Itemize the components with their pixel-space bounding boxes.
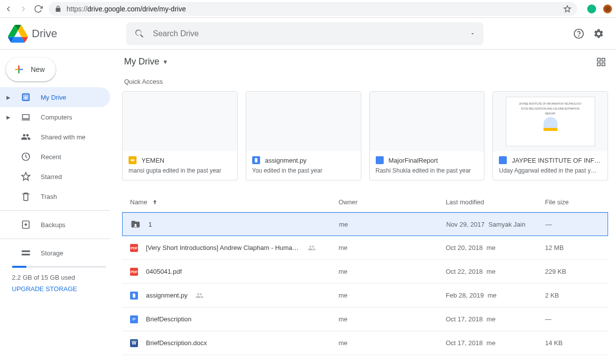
sidebar: New ▶ My Drive ▶ Computers Shared with m…	[0, 50, 118, 355]
quick-card[interactable]: YEMEN mansi gupta edited in the past yea…	[122, 91, 238, 181]
sidebar-item-starred[interactable]: Starred	[0, 167, 110, 186]
quick-access-row: YEMEN mansi gupta edited in the past yea…	[122, 91, 608, 181]
file-size: —	[546, 221, 600, 228]
file-name: 0405041.pdf	[146, 268, 182, 275]
file-name: assignment.py	[146, 292, 188, 299]
file-row[interactable]: assignment.pymeFeb 28, 2019 me2 KB	[122, 284, 608, 307]
new-button[interactable]: New	[6, 58, 56, 81]
shared-icon	[196, 292, 204, 300]
svg-rect-12	[133, 319, 135, 320]
storage-used-text: 2.2 GB of 15 GB used	[12, 274, 106, 281]
file-name: BriefDescription.docx	[146, 339, 207, 347]
file-row[interactable]: PDF0405041.pdfmeOct 22, 2018 me229 KB	[122, 260, 608, 284]
svg-rect-6	[598, 62, 601, 65]
chevron-right-icon: ▶	[6, 95, 11, 100]
file-type-icon	[131, 219, 140, 229]
file-owner: me	[339, 292, 446, 299]
quick-card-title: JAYPEE INSTITUTE OF INF…	[512, 157, 601, 164]
extension-grammarly-icon[interactable]	[587, 4, 596, 13]
search-input[interactable]	[153, 29, 462, 38]
breadcrumb[interactable]: My Drive ▼	[124, 57, 168, 67]
new-button-label: New	[31, 65, 45, 73]
file-type-icon: PDF	[130, 243, 138, 252]
slides-icon	[129, 156, 137, 164]
sidebar-item-storage[interactable]: Storage	[0, 243, 110, 263]
search-icon	[134, 28, 145, 39]
sort-arrow-up-icon	[151, 199, 158, 206]
file-type-icon: PDF	[130, 267, 138, 276]
column-size-header[interactable]: File size	[545, 198, 600, 206]
sidebar-item-label: Computers	[41, 114, 72, 121]
svg-rect-4	[598, 58, 601, 61]
file-size: 12 MB	[545, 244, 600, 251]
svg-point-1	[579, 36, 579, 36]
svg-rect-5	[602, 58, 605, 61]
file-size: 14 KB	[545, 339, 600, 347]
file-size: 229 KB	[545, 268, 600, 275]
drive-logo-icon	[8, 24, 28, 44]
browser-bar: https://drive.google.com/drive/my-drive	[0, 0, 616, 18]
file-owner: me	[339, 244, 446, 251]
quick-card-subtitle: mansi gupta edited in the past year	[129, 167, 231, 174]
quick-card-thumb	[246, 92, 361, 151]
svg-rect-11	[133, 319, 136, 319]
file-name: [Very Short Introductions] Andrew Clapha…	[146, 244, 300, 251]
quick-card-title: YEMEN	[141, 157, 164, 164]
file-row[interactable]: BriefDescriptionmeOct 17, 2018 me—	[122, 307, 608, 331]
sidebar-item-trash[interactable]: Trash	[0, 186, 110, 206]
clock-icon	[21, 152, 31, 162]
sidebar-item-my-drive[interactable]: ▶ My Drive	[0, 87, 110, 107]
sidebar-item-computers[interactable]: ▶ Computers	[0, 107, 110, 127]
settings-gear-icon[interactable]	[593, 28, 604, 39]
quick-card[interactable]: assignment.py You edited in the past yea…	[246, 91, 361, 181]
quick-card-subtitle: You edited in the past year	[252, 167, 355, 174]
file-table: Name Owner Last modified File size 1meNo…	[122, 192, 608, 355]
browser-back-button[interactable]	[4, 4, 13, 13]
breadcrumb-label: My Drive	[124, 57, 159, 67]
sidebar-item-shared[interactable]: Shared with me	[0, 127, 110, 147]
star-icon	[21, 172, 31, 182]
file-row[interactable]: WBriefDescription.docxmeOct 17, 2018 me1…	[122, 331, 608, 355]
star-icon[interactable]	[563, 5, 571, 13]
column-modified-header[interactable]: Last modified	[446, 198, 545, 206]
chevron-right-icon: ▶	[6, 115, 11, 120]
file-modified: Feb 28, 2019 me	[446, 292, 545, 299]
svg-point-9	[135, 224, 137, 226]
quick-card[interactable]: MajorFinalReport Rashi Shukla edited in …	[369, 91, 485, 181]
svg-rect-8	[131, 159, 135, 161]
sidebar-item-backups[interactable]: Backups	[0, 215, 110, 235]
table-header: Name Owner Last modified File size	[122, 192, 608, 212]
sidebar-item-label: Trash	[41, 193, 57, 200]
sidebar-item-label: Backups	[41, 221, 66, 229]
file-modified: Oct 22, 2018 me	[446, 268, 545, 275]
quick-card-thumb	[123, 92, 237, 151]
search-box[interactable]	[126, 22, 483, 45]
drive-logo[interactable]: Drive	[8, 24, 126, 44]
extension-cookie-icon[interactable]	[603, 4, 612, 13]
content-area: My Drive ▼ Quick Access YEMEN mansi gupt…	[118, 50, 616, 355]
file-size: 2 KB	[545, 292, 600, 299]
file-owner: me	[339, 221, 446, 228]
upgrade-storage-link[interactable]: UPGRADE STORAGE	[12, 285, 106, 293]
plus-icon	[13, 63, 25, 75]
quick-card[interactable]: JAYPEE INSTITUTE OF INFORMATION TECHNOLO…	[492, 91, 608, 181]
file-owner: me	[339, 339, 446, 347]
file-row[interactable]: PDF[Very Short Introductions] Andrew Cla…	[122, 236, 608, 260]
quick-access-title: Quick Access	[124, 78, 606, 85]
sidebar-item-label: Storage	[41, 249, 64, 257]
sidebar-item-recent[interactable]: Recent	[0, 147, 110, 167]
file-row[interactable]: 1meNov 29, 2017 Samyak Jain—	[122, 212, 608, 236]
grid-view-toggle[interactable]	[596, 57, 606, 67]
file-type-icon: W	[130, 339, 138, 347]
column-name-header[interactable]: Name	[130, 198, 339, 206]
help-icon[interactable]	[573, 28, 584, 39]
url-bar[interactable]: https://drive.google.com/drive/my-drive	[49, 2, 577, 16]
search-options-dropdown[interactable]	[470, 31, 476, 37]
column-owner-header[interactable]: Owner	[339, 198, 446, 206]
browser-reload-button[interactable]	[34, 4, 43, 13]
file-icon	[252, 156, 260, 164]
browser-forward-button[interactable]	[19, 4, 28, 13]
svg-rect-10	[133, 318, 136, 318]
gdoc-icon	[499, 156, 507, 164]
product-name: Drive	[32, 27, 57, 40]
